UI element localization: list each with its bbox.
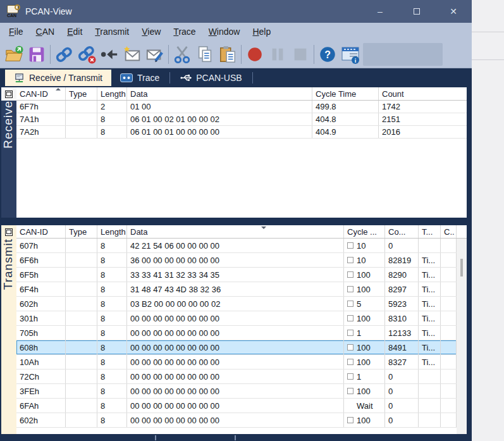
cycle-value: 5 <box>357 299 361 309</box>
receive-row[interactable]: 6F7h 2 01 00 499.8 1742 <box>16 101 467 113</box>
open-button[interactable] <box>3 43 25 66</box>
column-header-comment[interactable]: C.. <box>441 225 457 238</box>
pause-button[interactable] <box>266 43 289 66</box>
copy-button[interactable] <box>194 43 216 66</box>
cell-can-id: 6F7h <box>16 101 66 113</box>
transmit-row[interactable]: 602h 8 00 00 00 00 00 00 00 00 100 0 <box>16 413 467 428</box>
cell-trigger: Ti... <box>419 268 441 282</box>
menu-item[interactable]: View <box>135 25 167 39</box>
maximize-button[interactable] <box>398 0 435 23</box>
cycle-checkbox[interactable] <box>347 301 353 307</box>
menu-item[interactable]: File <box>3 25 30 39</box>
menu-item[interactable]: CAN <box>30 25 61 39</box>
cell-length: 8 <box>97 282 127 296</box>
cycle-checkbox[interactable] <box>347 417 353 423</box>
transmit-row[interactable]: 301h 8 00 00 00 00 00 00 00 00 100 8310 … <box>16 311 467 326</box>
cell-count: 8327 <box>385 355 419 369</box>
edit-message-button[interactable] <box>144 43 166 66</box>
column-header-type[interactable]: Type <box>66 225 97 238</box>
tab-trace[interactable]: Trace <box>111 70 168 86</box>
cell-comment <box>441 413 457 427</box>
receive-sidebar: Receive <box>1 87 16 218</box>
column-header-length[interactable]: Length <box>97 225 127 238</box>
cell-data: 00 00 00 00 00 00 00 00 <box>127 340 344 354</box>
cut-button[interactable] <box>171 43 194 66</box>
cycle-checkbox[interactable] <box>347 257 353 263</box>
save-button[interactable] <box>25 43 48 66</box>
cycle-checkbox[interactable] <box>347 344 353 351</box>
cell-cycle-time: 499.8 <box>312 101 379 113</box>
receive-row[interactable]: 7A1h 8 06 01 00 02 01 00 00 02 404.8 215… <box>16 113 467 126</box>
column-header-cycle[interactable]: Cycle ... <box>344 225 385 238</box>
record-button[interactable] <box>243 43 266 66</box>
column-header-length[interactable]: Length <box>97 87 127 100</box>
transmit-row[interactable]: 3FEh 8 00 00 00 00 00 00 00 00 100 0 <box>16 384 467 399</box>
window-info-button[interactable]: i <box>339 43 362 66</box>
cycle-checkbox[interactable] <box>347 315 353 321</box>
column-header-can-id[interactable]: CAN-ID <box>16 225 66 238</box>
transmit-row[interactable]: 72Ch 8 00 00 00 00 00 00 00 00 1 0 <box>16 370 467 384</box>
close-button[interactable]: ✕ <box>435 0 472 23</box>
disconnect-button[interactable] <box>75 43 98 66</box>
cell-trigger: Ti... <box>419 297 441 311</box>
menu-item[interactable]: Trace <box>167 25 202 39</box>
cell-length: 8 <box>97 355 127 369</box>
transmit-row[interactable]: 607h 8 42 21 54 06 00 00 00 00 10 0 <box>16 239 467 253</box>
cell-data: 33 33 41 31 32 33 34 35 <box>127 268 344 282</box>
cell-length: 8 <box>97 384 127 398</box>
receive-row[interactable]: 7A2h 8 06 01 00 01 00 00 00 00 404.9 201… <box>16 126 467 139</box>
menu-item[interactable]: Window <box>202 25 247 39</box>
vertical-scrollbar[interactable] <box>457 239 467 434</box>
paste-button[interactable] <box>216 43 239 66</box>
column-header-count[interactable]: Co... <box>385 225 419 238</box>
transmit-row[interactable]: 602h 8 03 B2 00 00 00 00 00 02 5 5923 Ti… <box>16 297 467 311</box>
cell-cycle: 100 <box>344 355 385 369</box>
transmit-row[interactable]: 6F5h 8 33 33 41 31 32 33 34 35 100 8290 … <box>16 268 467 282</box>
tab-receive-transmit[interactable]: Receive / Transmit <box>5 70 111 86</box>
cell-length: 8 <box>97 113 127 125</box>
column-header-data[interactable]: Data <box>127 225 344 238</box>
column-header-can-id[interactable]: CAN-ID <box>16 87 66 100</box>
transmit-row[interactable]: 608h 8 00 00 00 00 00 00 00 00 100 8491 … <box>16 340 467 355</box>
menu-item[interactable]: Help <box>246 25 277 39</box>
cycle-checkbox[interactable] <box>347 388 353 394</box>
minimize-button[interactable]: – <box>362 0 398 23</box>
cycle-checkbox[interactable] <box>347 271 353 278</box>
tab-pcan-usb[interactable]: PCAN-USB <box>171 70 250 86</box>
disconnect-icon <box>77 45 96 64</box>
stop-button[interactable] <box>289 43 312 66</box>
transmit-table: CAN-ID Type Length Data Cycle ... Co... … <box>16 225 467 434</box>
cell-length: 8 <box>97 253 127 267</box>
reset-icon <box>100 45 119 64</box>
select-all-checkbox[interactable] <box>5 228 13 236</box>
cell-trigger: Ti... <box>419 326 441 340</box>
scrollbar-thumb[interactable] <box>460 259 463 276</box>
transmit-row[interactable]: 6FAh 8 00 00 00 00 00 00 00 00 Wait 0 <box>16 399 467 413</box>
menu-item[interactable]: Transmit <box>89 25 135 39</box>
reset-button[interactable] <box>98 43 121 66</box>
cycle-checkbox[interactable] <box>347 286 353 292</box>
column-header-cycle-time[interactable]: Cycle Time <box>312 87 379 100</box>
cycle-checkbox[interactable] <box>347 242 353 249</box>
transmit-row[interactable]: 6F4h 8 31 48 47 43 4D 38 32 36 100 8297 … <box>16 282 467 297</box>
cell-length: 8 <box>97 311 127 325</box>
column-header-spacer <box>457 225 467 238</box>
column-header-type[interactable]: Type <box>66 87 97 100</box>
receive-table-header: CAN-ID Type Length Data Cycle Time Count <box>16 87 467 101</box>
new-message-button[interactable] <box>121 43 144 66</box>
cycle-checkbox[interactable] <box>347 359 353 365</box>
toolbar-separator <box>314 45 314 64</box>
transmit-row[interactable]: 6F6h 8 36 00 00 00 00 00 00 00 10 82819 … <box>16 253 467 268</box>
connect-button[interactable] <box>52 43 75 66</box>
select-all-checkbox[interactable] <box>5 90 13 98</box>
help-button[interactable]: ? <box>316 43 339 66</box>
column-header-count[interactable]: Count <box>379 87 467 100</box>
transmit-row[interactable]: 10Ah 8 00 00 00 00 00 00 00 00 100 8327 … <box>16 355 467 370</box>
cell-cycle: 10 <box>344 239 385 252</box>
column-header-data[interactable]: Data <box>127 87 312 100</box>
transmit-row[interactable]: 705h 8 00 00 00 00 00 00 00 00 1 12133 T… <box>16 326 467 340</box>
cycle-checkbox[interactable] <box>347 330 353 336</box>
menu-item[interactable]: Edit <box>61 25 89 39</box>
cycle-checkbox[interactable] <box>347 373 353 380</box>
column-header-trigger[interactable]: T... <box>419 225 441 238</box>
